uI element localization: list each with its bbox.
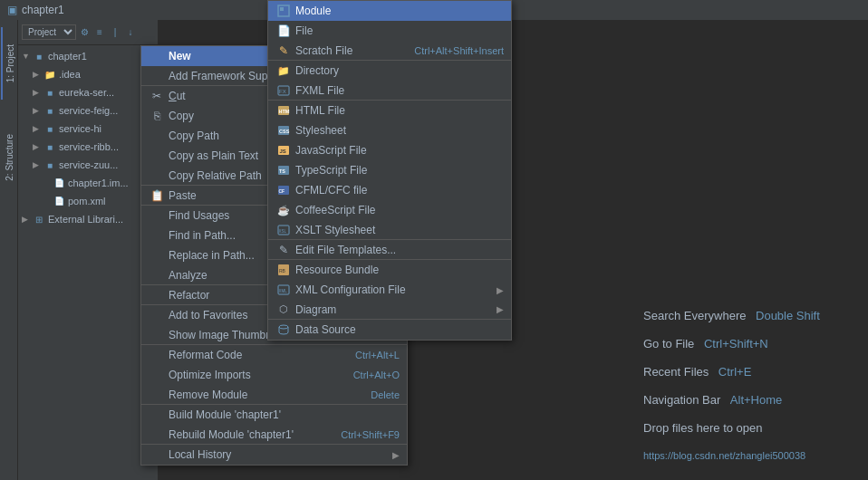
submenu-item-ts[interactable]: TS TypeScript File [268, 160, 511, 180]
fxml-label: FXML File [295, 84, 504, 97]
svg-text:FX: FX [279, 89, 286, 94]
module-icon: ■ [43, 86, 56, 99]
tree-item-feign[interactable]: ▶ ■ service-feig... [18, 101, 158, 120]
refactor-icon [149, 287, 165, 303]
cf-icon: CF [275, 182, 292, 198]
submenu-item-fxml[interactable]: FX FXML File [268, 81, 511, 101]
tree-item-external[interactable]: ▶ ⊞ External Librari... [18, 210, 158, 228]
project-tab-label: 1: Project [5, 44, 15, 82]
drop-files-text: Drop files here to open [643, 421, 763, 435]
module-icon: ■ [43, 158, 56, 171]
menu-item-rebuild[interactable]: Rebuild Module 'chapter1' Ctrl+Shift+F9 [141, 425, 407, 445]
recent-files-shortcut: Ctrl+E [719, 365, 751, 379]
submenu-item-xml-config[interactable]: XML XML Configuration File ▶ [268, 280, 511, 300]
eq-button[interactable]: ≡ [92, 25, 107, 40]
tree-item-ribbon[interactable]: ▶ ■ service-ribb... [18, 138, 158, 156]
copy-icon: ⎘ [149, 108, 165, 124]
app-icon: ▣ [7, 4, 17, 16]
project-dropdown[interactable]: Project [22, 24, 76, 40]
svg-rect-1 [280, 7, 284, 11]
svg-text:CF: CF [279, 188, 285, 194]
submenu-item-diagram[interactable]: ⬡ Diagram ▶ [268, 300, 511, 320]
tree-item-hi[interactable]: ▶ ■ service-hi [18, 120, 158, 138]
search-everywhere-shortcut: Double Shift [756, 309, 820, 322]
reformat-shortcut: Ctrl+Alt+L [355, 350, 400, 360]
module-icon: ■ [43, 122, 56, 135]
submenu-new: Module 📄 File ✎ Scratch File Ctrl+Alt+Sh… [267, 0, 512, 341]
xml-icon: XML [275, 282, 292, 298]
menu-item-optimize[interactable]: Optimize Imports Ctrl+Alt+O [141, 365, 407, 385]
new-icon [149, 48, 165, 64]
submenu-item-scratch[interactable]: ✎ Scratch File Ctrl+Alt+Shift+Insert [268, 41, 511, 61]
submenu-item-cfml[interactable]: CF CFML/CFC file [268, 180, 511, 200]
tree-label: chapter1.im... [68, 178, 129, 188]
submenu-item-js[interactable]: JS JavaScript File [268, 140, 511, 160]
file-icon: 📄 [275, 23, 292, 39]
submenu-item-datasource[interactable]: Data Source [268, 320, 511, 340]
tree-item-eureka[interactable]: ▶ ■ eureka-ser... [18, 83, 158, 101]
ts-label: TypeScript File [295, 164, 504, 177]
menu-item-reformat[interactable]: Reformat Code Ctrl+Alt+L [141, 345, 407, 365]
find-path-icon [149, 227, 165, 244]
submenu-item-module[interactable]: Module [268, 1, 511, 21]
structure-tab-label: 2: Structure [5, 134, 14, 181]
build-icon [149, 407, 165, 423]
submenu-item-stylesheet[interactable]: CSS Stylesheet [268, 120, 511, 140]
module-icon: ■ [43, 104, 56, 117]
recent-files-item: Recent Files Ctrl+E [643, 365, 857, 379]
submenu-item-resource-bundle[interactable]: RB Resource Bundle [268, 260, 511, 280]
menu-item-build[interactable]: Build Module 'chapter1' [141, 405, 407, 425]
edit-icon: ✎ [275, 242, 292, 258]
copy-relative-icon [149, 168, 165, 184]
local-history-icon [149, 446, 165, 463]
scratch-label: Scratch File [295, 44, 414, 57]
build-label: Build Module 'chapter1' [169, 408, 400, 421]
datasource-icon [275, 322, 292, 338]
tree-item-idea[interactable]: ▶ 📁 .idea [18, 65, 158, 83]
xml-config-label: XML Configuration File [295, 283, 497, 296]
file-label: File [295, 24, 504, 37]
js-label: JavaScript File [295, 144, 504, 157]
submenu-item-html[interactable]: HTML HTML File [268, 101, 511, 120]
optimize-shortcut: Ctrl+Alt+O [353, 370, 400, 380]
scratch-icon: ✎ [275, 43, 292, 59]
thumbnails-icon [149, 327, 165, 343]
svg-text:XML: XML [279, 289, 288, 293]
external-icon: ⊞ [33, 213, 45, 226]
pipe-button[interactable]: | [108, 25, 122, 40]
structure-vertical-tab[interactable]: 2: Structure [1, 121, 17, 194]
drop-files-item: Drop files here to open [643, 421, 857, 435]
submenu-item-edit-templates[interactable]: ✎ Edit File Templates... [268, 240, 511, 260]
project-toolbar: Project ⚙ ≡ | ↓ [18, 20, 158, 45]
tree-item-iml[interactable]: ▶ 📄 chapter1.im... [18, 174, 158, 192]
svg-text:CSS: CSS [279, 129, 290, 134]
xslt-icon: XSL [275, 222, 292, 238]
refactor-label: Refactor [169, 289, 281, 302]
navigation-bar-text: Navigation Bar [643, 393, 728, 407]
submenu-item-directory[interactable]: 📁 Directory [268, 61, 511, 81]
rebuild-icon [149, 427, 165, 443]
html-label: HTML File [295, 104, 504, 117]
tree-arrow: ▶ [33, 160, 43, 169]
tree-arrow: ▶ [33, 124, 43, 133]
css-icon: CSS [275, 122, 292, 139]
tree-item-zuul[interactable]: ▶ ■ service-zuu... [18, 156, 158, 174]
tree-item-chapter1[interactable]: ▼ ■ chapter1 [18, 47, 158, 65]
menu-item-local-history[interactable]: Local History ▶ [141, 445, 407, 465]
diagram-icon: ⬡ [275, 302, 292, 318]
tree-label: .idea [59, 69, 81, 80]
submenu-item-xslt[interactable]: XSL XSLT Stylesheet [268, 220, 511, 240]
diagram-label: Diagram [295, 303, 497, 316]
tree-item-pom[interactable]: ▶ 📄 pom.xml [18, 192, 158, 210]
svg-text:XSL: XSL [279, 229, 287, 234]
gear-button[interactable]: ⚙ [77, 25, 92, 40]
title-text: chapter1 [22, 4, 64, 16]
menu-item-remove-module[interactable]: Remove Module Delete [141, 385, 407, 405]
project-vertical-tab[interactable]: 1: Project [1, 27, 17, 100]
arrow-button[interactable]: ↓ [123, 25, 138, 40]
submenu-item-file[interactable]: 📄 File [268, 21, 511, 41]
remove-module-shortcut: Delete [371, 389, 400, 400]
search-everywhere-item: Search Everywhere Double Shift [643, 309, 857, 322]
submenu-item-coffee[interactable]: ☕ CoffeeScript File [268, 200, 511, 220]
svg-text:JS: JS [280, 149, 286, 154]
